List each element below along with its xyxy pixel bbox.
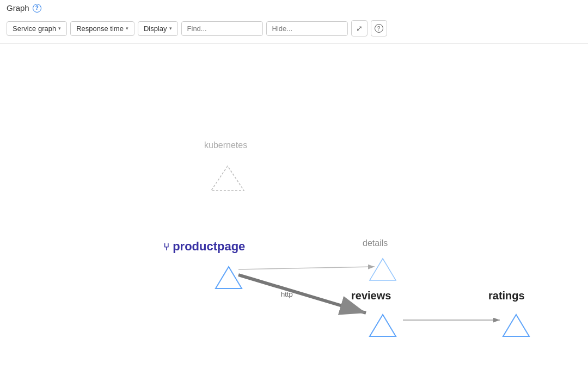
node-label-kubernetes: kubernetes	[204, 140, 247, 150]
edge-productpage-details	[238, 267, 375, 269]
toolbar-help-icon: ?	[375, 24, 383, 33]
node-label-productpage: ⑂ productpage	[163, 239, 245, 254]
title-help-icon[interactable]: ?	[33, 4, 41, 13]
expand-button[interactable]: ⤢	[351, 20, 367, 36]
fork-icon: ⑂	[163, 242, 169, 253]
expand-icon: ⤢	[356, 24, 363, 33]
header: Graph ? Service graph ▾ Response time ▾ …	[0, 0, 588, 44]
node-ratings-triangle[interactable]	[503, 315, 529, 336]
node-details-triangle[interactable]	[370, 259, 396, 280]
edge-productpage-reviews	[238, 275, 366, 313]
node-label-ratings: ratings	[488, 290, 525, 302]
response-time-dropdown[interactable]: Response time ▾	[70, 21, 134, 36]
graph-svg	[0, 44, 588, 381]
page-title: Graph	[7, 3, 29, 13]
node-label-reviews: reviews	[351, 290, 391, 302]
response-time-chevron-icon: ▾	[126, 26, 128, 31]
toolbar: Service graph ▾ Response time ▾ Display …	[7, 17, 581, 41]
node-label-details: details	[363, 238, 388, 248]
node-productpage-triangle[interactable]	[216, 267, 242, 288]
edge-label-http: http	[281, 290, 293, 298]
display-dropdown[interactable]: Display ▾	[138, 21, 178, 36]
node-kubernetes-triangle[interactable]	[211, 166, 244, 191]
service-graph-chevron-icon: ▾	[58, 26, 61, 31]
toolbar-help-button[interactable]: ?	[371, 20, 387, 36]
find-input[interactable]	[181, 21, 263, 36]
service-graph-dropdown[interactable]: Service graph ▾	[7, 21, 67, 36]
display-chevron-icon: ▾	[169, 26, 172, 31]
header-title-row: Graph ?	[7, 3, 581, 13]
node-reviews-triangle[interactable]	[370, 315, 396, 336]
hide-input[interactable]	[266, 21, 348, 36]
graph-canvas[interactable]: kubernetes ⑂ productpage details reviews…	[0, 44, 588, 381]
